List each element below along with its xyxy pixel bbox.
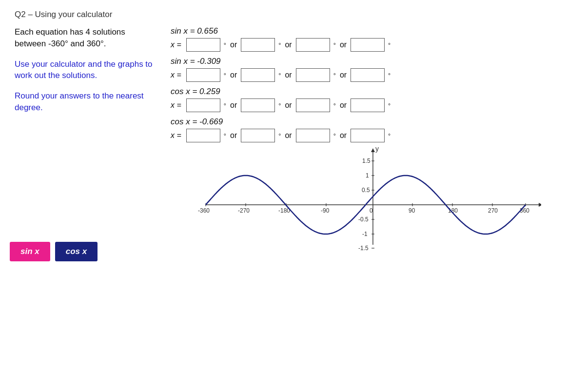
- answer-sin2-2[interactable]: [241, 68, 275, 82]
- deg-sin2-2: °: [278, 72, 281, 79]
- label-y-neg1.5: -1.5: [358, 245, 369, 252]
- graph-section: y x -360 -270 -180 -90 0: [171, 147, 570, 261]
- eq-row-sin2: x = ° or ° or ° or °: [171, 68, 570, 82]
- or-sin2-2: or: [285, 71, 292, 79]
- eq-block-cos2: cos x = -0.669 x = ° or ° or ° or °: [171, 117, 570, 142]
- trig-graph: y x -360 -270 -180 -90 0: [171, 147, 541, 259]
- deg-sin1-2: °: [278, 41, 281, 49]
- eq-title-cos2: cos x = -0.669: [171, 117, 570, 127]
- cos-button[interactable]: cos x: [55, 242, 98, 261]
- or-cos1-2: or: [285, 101, 292, 110]
- answer-sin2-4[interactable]: [351, 68, 385, 82]
- answer-cos2-4[interactable]: [351, 129, 385, 142]
- bottom-buttons: sin x cos x: [10, 242, 98, 261]
- answer-sin1-1[interactable]: [186, 38, 220, 52]
- deg-sin1-4: °: [388, 41, 390, 49]
- deg-cos2-3: °: [333, 132, 336, 139]
- label-x-270neg: -270: [238, 207, 250, 214]
- label-x-360neg: -360: [198, 207, 210, 214]
- x-label-sin2: x =: [171, 71, 181, 79]
- or-sin1-2: or: [285, 40, 292, 49]
- answer-cos1-1[interactable]: [186, 98, 220, 112]
- x-label-sin1: x =: [171, 40, 181, 49]
- eq-label-cos2: cos x = -0.669: [171, 117, 223, 126]
- answer-sin2-1[interactable]: [186, 68, 220, 82]
- eq-label-sin2: sin x = -0.309: [171, 57, 221, 66]
- main-layout: Each equation has 4 solutions between -3…: [15, 26, 570, 261]
- right-panel: sin x = 0.656 x = ° or ° or ° or °: [166, 26, 570, 261]
- x-axis-arrow: [539, 203, 541, 207]
- or-cos2-3: or: [340, 131, 347, 140]
- deg-cos1-1: °: [224, 102, 226, 109]
- answer-sin1-2[interactable]: [241, 38, 275, 52]
- label-y-1: 1: [366, 172, 369, 179]
- answer-sin2-3[interactable]: [296, 68, 330, 82]
- left-panel: Each equation has 4 solutions between -3…: [15, 26, 166, 261]
- or-cos2-1: or: [230, 131, 237, 140]
- deg-cos2-1: °: [224, 132, 226, 139]
- or-cos1-3: or: [340, 101, 347, 110]
- answer-cos1-3[interactable]: [296, 98, 330, 112]
- answer-cos2-1[interactable]: [186, 129, 220, 142]
- eq-label-sin1: sin x = 0.656: [171, 26, 218, 36]
- deg-cos2-2: °: [278, 132, 281, 139]
- q2-title: Q2 – Using your calculator: [15, 10, 570, 20]
- x-label-cos2: x =: [171, 131, 181, 140]
- label-y-0.5: 0.5: [362, 187, 370, 194]
- deg-sin2-3: °: [333, 72, 336, 79]
- deg-sin2-1: °: [224, 72, 226, 79]
- eq-block-cos1: cos x = 0.259 x = ° or ° or ° or °: [171, 87, 570, 112]
- answer-cos1-4[interactable]: [351, 98, 385, 112]
- answer-cos1-2[interactable]: [241, 98, 275, 112]
- eq-title-sin2: sin x = -0.309: [171, 57, 570, 66]
- or-cos1-1: or: [230, 101, 237, 110]
- deg-cos2-4: °: [388, 132, 390, 139]
- eq-row-sin1: x = ° or ° or ° or °: [171, 38, 570, 52]
- label-x-90: 90: [409, 207, 415, 214]
- page-container: Q2 – Using your calculator Each equation…: [0, 0, 585, 271]
- deg-sin1-3: °: [333, 41, 336, 49]
- deg-cos1-4: °: [388, 102, 390, 109]
- or-cos2-2: or: [285, 131, 292, 140]
- deg-cos1-2: °: [278, 102, 281, 109]
- deg-sin2-4: °: [388, 72, 390, 79]
- x-label-cos1: x =: [171, 101, 181, 110]
- label-x-0: 0: [370, 207, 373, 214]
- or-sin2-1: or: [230, 71, 237, 79]
- label-y-neg0.5: -0.5: [358, 216, 369, 223]
- y-axis-label: y: [375, 147, 379, 153]
- answer-sin1-4[interactable]: [351, 38, 385, 52]
- answer-cos2-2[interactable]: [241, 129, 275, 142]
- deg-sin1-1: °: [224, 41, 226, 49]
- eq-title-sin1: sin x = 0.656: [171, 26, 570, 36]
- round-note-text: Round your answers to the nearest degree…: [15, 90, 156, 114]
- eq-title-cos1: cos x = 0.259: [171, 87, 570, 97]
- label-y-neg1: -1: [362, 231, 368, 237]
- each-eq-text: Each equation has 4 solutions between -3…: [15, 26, 156, 50]
- y-axis-arrow: [371, 148, 375, 152]
- eq-row-cos1: x = ° or ° or ° or °: [171, 98, 570, 112]
- or-sin2-3: or: [340, 71, 347, 79]
- eq-row-cos2: x = ° or ° or ° or °: [171, 129, 570, 142]
- eq-label-cos1: cos x = 0.259: [171, 87, 220, 96]
- eq-block-sin2: sin x = -0.309 x = ° or ° or ° or °: [171, 57, 570, 82]
- sin-button[interactable]: sin x: [10, 242, 50, 261]
- label-x-270: 270: [488, 207, 498, 214]
- eq-block-sin1: sin x = 0.656 x = ° or ° or ° or °: [171, 26, 570, 52]
- answer-sin1-3[interactable]: [296, 38, 330, 52]
- label-x-90neg: -90: [321, 207, 330, 214]
- instruction-text: Use your calculator and the graphs to wo…: [15, 59, 156, 82]
- or-sin1-3: or: [340, 40, 347, 49]
- or-sin1-1: or: [230, 40, 237, 49]
- deg-cos1-3: °: [333, 102, 336, 109]
- answer-cos2-3[interactable]: [296, 129, 330, 142]
- label-y-1.5: 1.5: [362, 157, 370, 164]
